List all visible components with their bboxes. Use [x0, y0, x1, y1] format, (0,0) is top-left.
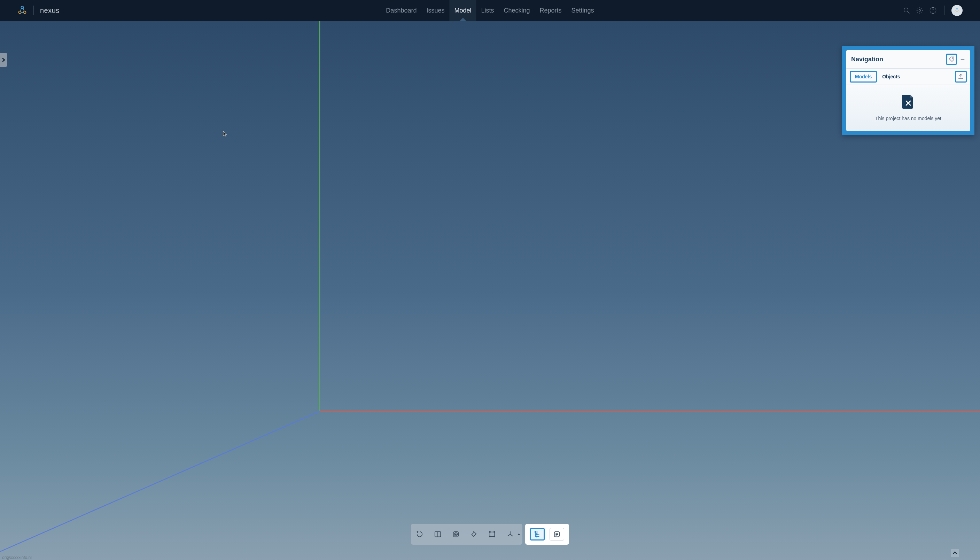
header-right	[902, 5, 963, 16]
tag-icon[interactable]	[946, 53, 957, 65]
viewport-3d[interactable]: Navigation Models Objects	[0, 21, 980, 560]
expand-footer-icon[interactable]	[951, 549, 959, 557]
main-nav: Dashboard Issues Model Lists Checking Re…	[381, 0, 599, 21]
svg-point-8	[956, 8, 958, 9]
left-panel-toggle[interactable]	[0, 53, 7, 67]
logo-icon	[17, 5, 27, 15]
svg-point-9	[955, 11, 956, 12]
svg-line-4	[908, 12, 909, 13]
minimize-icon[interactable]	[960, 57, 965, 62]
nav-model[interactable]: Model	[449, 0, 476, 21]
svg-point-1	[19, 11, 21, 13]
svg-line-29	[508, 534, 510, 536]
svg-point-14	[952, 58, 953, 58]
help-icon[interactable]	[929, 6, 937, 15]
svg-point-20	[455, 534, 457, 535]
navigation-panel-header: Navigation	[846, 50, 970, 68]
tab-objects[interactable]: Objects	[877, 71, 905, 83]
footer-text: or@xxxxxinfo.nl	[2, 555, 32, 560]
navigation-panel-highlight: Navigation Models Objects	[842, 46, 975, 135]
toolbar-view-tools	[411, 524, 522, 545]
logo-divider	[33, 5, 34, 15]
gear-icon[interactable]	[915, 6, 924, 15]
svg-point-7	[933, 12, 933, 12]
nav-settings-tab[interactable]: Settings	[567, 0, 599, 21]
navigation-panel-body: This project has no models yet	[846, 85, 970, 131]
nav-checking[interactable]: Checking	[499, 0, 535, 21]
split-view-icon[interactable]	[432, 528, 444, 540]
navigation-panel-title: Navigation	[851, 56, 946, 63]
navigation-panel-tabs: Models Objects	[846, 68, 970, 85]
nav-dashboard[interactable]: Dashboard	[381, 0, 422, 21]
cursor-icon	[223, 131, 228, 137]
svg-point-2	[24, 11, 26, 13]
header-divider	[944, 5, 945, 15]
empty-state-text: This project has no models yet	[852, 116, 965, 121]
header: nexus Dashboard Issues Model Lists Check…	[0, 0, 980, 21]
svg-point-26	[494, 536, 495, 537]
svg-point-0	[21, 6, 24, 9]
svg-point-25	[489, 536, 490, 537]
svg-point-24	[494, 532, 495, 532]
tab-models[interactable]: Models	[850, 71, 877, 83]
axes-gizmo	[0, 21, 980, 560]
svg-point-32	[536, 533, 537, 535]
svg-line-13	[0, 411, 320, 552]
nav-issues[interactable]: Issues	[422, 0, 449, 21]
svg-point-5	[919, 9, 921, 12]
svg-point-3	[904, 8, 908, 12]
nav-reports[interactable]: Reports	[535, 0, 567, 21]
axes-icon[interactable]	[504, 528, 520, 540]
search-icon[interactable]	[902, 6, 911, 15]
svg-point-23	[489, 532, 490, 532]
measure-icon[interactable]	[468, 528, 480, 540]
svg-rect-22	[490, 532, 495, 537]
app-name: nexus	[40, 7, 60, 15]
nav-lists[interactable]: Lists	[476, 0, 499, 21]
toolbar-panel-tools	[525, 524, 569, 545]
tree-panel-icon[interactable]	[530, 528, 545, 540]
svg-point-34	[536, 536, 537, 537]
avatar[interactable]	[952, 5, 963, 16]
logo[interactable]	[17, 5, 27, 15]
viewport-toolbar	[411, 524, 569, 545]
upload-icon[interactable]	[955, 71, 967, 83]
svg-point-30	[535, 532, 536, 533]
reset-view-icon[interactable]	[414, 528, 425, 540]
svg-line-28	[510, 534, 513, 536]
view-cube-icon[interactable]	[450, 528, 462, 540]
svg-point-10	[958, 11, 959, 12]
empty-file-icon	[900, 93, 917, 112]
properties-panel-icon[interactable]	[550, 528, 564, 540]
navigation-panel: Navigation Models Objects	[846, 50, 970, 131]
section-box-icon[interactable]	[486, 528, 498, 540]
